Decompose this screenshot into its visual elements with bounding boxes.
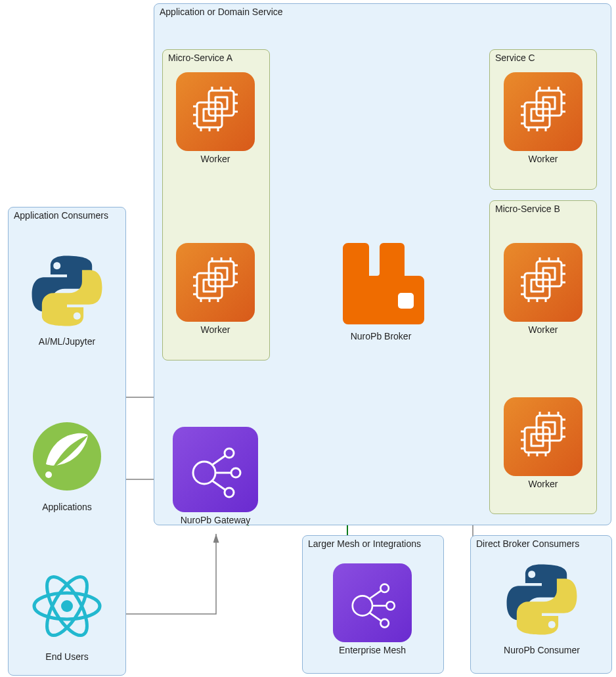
service-c-label: Service C <box>495 53 535 63</box>
svg-line-94 <box>370 613 382 621</box>
svg-rect-80 <box>398 293 414 309</box>
enterprise-mesh-label: Enterprise Mesh <box>333 645 412 655</box>
consumers-label: Application Consumers <box>14 210 108 221</box>
svg-point-82 <box>225 448 234 458</box>
domain-service-label: Application or Domain Service <box>160 7 283 17</box>
worker-a1-label: Worker <box>176 154 255 164</box>
micro-service-a-label: Micro-Service A <box>168 53 232 63</box>
chip-icon <box>176 72 255 151</box>
python-icon <box>21 248 113 334</box>
applications-node: Applications <box>21 414 113 512</box>
svg-line-85 <box>212 456 225 465</box>
broker-node: NuroPb Broker <box>335 236 427 341</box>
svg-point-88 <box>353 596 372 615</box>
applications-label: Applications <box>21 502 113 512</box>
svg-point-90 <box>386 601 394 609</box>
worker-b2-label: Worker <box>504 479 583 489</box>
jupyter-label: AI/ML/Jupyter <box>21 336 113 347</box>
nuropb-consumer-label: NuroPb Consumer <box>496 645 588 655</box>
worker-b2: Worker <box>504 397 583 489</box>
broker-label: NuroPb Broker <box>335 331 427 341</box>
worker-b1: Worker <box>504 243 583 335</box>
direct-box-label: Direct Broker Consumers <box>476 538 579 549</box>
svg-point-96 <box>45 471 52 478</box>
jupyter-node: AI/ML/Jupyter <box>21 248 113 347</box>
worker-a2: Worker <box>176 243 255 335</box>
svg-point-100 <box>61 600 73 612</box>
nuropb-consumer-node: NuroPb Consumer <box>496 557 588 655</box>
mesh-network-icon <box>173 427 258 512</box>
worker-c-label: Worker <box>504 154 583 164</box>
worker-b1-label: Worker <box>504 324 583 335</box>
endusers-label: End Users <box>21 651 113 662</box>
spring-icon <box>21 414 113 499</box>
chip-icon <box>504 72 583 151</box>
enterprise-mesh-node: Enterprise Mesh <box>333 563 412 655</box>
rabbitmq-icon <box>335 236 427 328</box>
svg-point-89 <box>380 584 388 592</box>
gateway-label: NuroPb Gateway <box>173 515 258 525</box>
mesh-network-icon <box>333 563 412 642</box>
chip-icon <box>504 397 583 476</box>
svg-point-83 <box>231 468 240 477</box>
svg-point-84 <box>225 488 234 497</box>
worker-a2-label: Worker <box>176 324 255 335</box>
svg-line-92 <box>370 590 382 598</box>
endusers-node: End Users <box>21 563 113 662</box>
mesh-box-label: Larger Mesh or Integrations <box>308 538 421 549</box>
gateway-node: NuroPb Gateway <box>173 427 258 525</box>
worker-a1: Worker <box>176 72 255 164</box>
python-icon <box>496 557 588 642</box>
svg-line-87 <box>212 481 225 490</box>
svg-point-81 <box>193 462 215 484</box>
react-icon <box>21 563 113 649</box>
chip-icon <box>504 243 583 322</box>
micro-service-b-label: Micro-Service B <box>495 204 560 214</box>
chip-icon <box>176 243 255 322</box>
worker-c: Worker <box>504 72 583 164</box>
svg-point-91 <box>380 619 388 627</box>
